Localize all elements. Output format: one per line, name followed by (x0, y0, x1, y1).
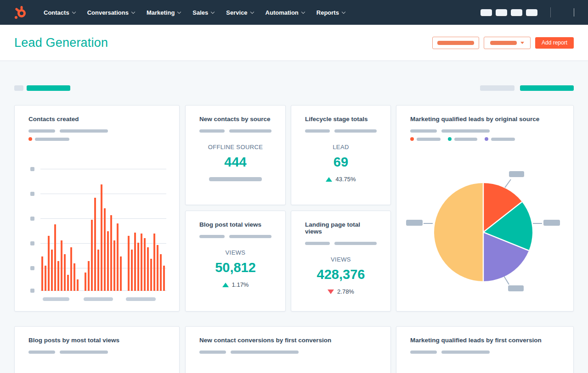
y-axis-tick (30, 266, 34, 270)
chevron-down-icon (177, 10, 181, 13)
nav-item-conversations[interactable]: Conversations (81, 6, 141, 20)
bar-group (85, 184, 122, 291)
filter-skeleton-pill-teal (27, 85, 70, 91)
header-skeleton-button[interactable] (432, 37, 479, 49)
skeleton-pill (28, 129, 55, 133)
nav-item-sales[interactable]: Sales (187, 6, 220, 20)
metric-label: VIEWS (305, 256, 377, 263)
dashboard-content: Contacts created (0, 61, 588, 373)
chevron-down-icon (342, 10, 345, 13)
pie-callout-pill (508, 285, 524, 291)
nav-item-service[interactable]: Service (220, 6, 259, 20)
card-landing-page-total-views: Landing page total views VIEWS 428,376 2… (291, 211, 391, 312)
legend-dot-teal-icon (448, 137, 452, 141)
bar (70, 247, 72, 291)
skeleton-pill (454, 138, 477, 141)
bar (131, 250, 133, 291)
skeleton-pill (334, 242, 377, 245)
nav-placeholder-button-4[interactable] (526, 9, 537, 16)
nav-label: Automation (266, 9, 299, 16)
nav-item-contacts[interactable]: Contacts (38, 6, 81, 20)
nav-item-marketing[interactable]: Marketing (141, 6, 187, 20)
nav-placeholder-button-2[interactable] (496, 9, 507, 16)
bar (88, 261, 90, 291)
bar (41, 256, 43, 291)
card-title: Contacts created (28, 116, 165, 122)
bar (160, 254, 162, 291)
card-title: Marketing qualified leads by original so… (410, 116, 560, 122)
bar (97, 250, 99, 291)
card-blog-post-total-views: Blog post total views VIEWS 50,812 1.17% (185, 211, 286, 312)
y-axis-tick (30, 217, 34, 221)
x-axis-label-pill (84, 297, 113, 301)
bar (101, 184, 102, 291)
skeleton-row (28, 129, 165, 133)
chevron-down-icon (250, 10, 254, 13)
bar (137, 243, 139, 291)
pie-callout-pill (543, 220, 560, 226)
skeleton-pill (199, 351, 226, 354)
nav-label: Marketing (147, 9, 175, 16)
metric-value: 428,376 (305, 267, 377, 282)
card-lifecycle-stage-totals: Lifecycle stage totals LEAD 69 43.75% (291, 105, 391, 205)
metric-body: OFFLINE SOURCE 444 (199, 144, 271, 181)
hubspot-logo-icon[interactable] (13, 6, 27, 19)
y-axis-tick (30, 167, 34, 171)
bar-group (41, 224, 79, 291)
delta-row: 2.78% (305, 288, 377, 295)
card-new-contacts-by-source: New contacts by source OFFLINE SOURCE 44… (185, 105, 286, 205)
legend-dot-orange-icon (410, 137, 414, 141)
bar (48, 236, 50, 291)
nav-placeholder-button-3[interactable] (511, 9, 522, 16)
bar (57, 261, 59, 291)
delta-row: 43.75% (305, 176, 377, 183)
filter-skeleton-pill (14, 85, 23, 91)
metric-value: 444 (199, 155, 271, 170)
nav-label: Sales (192, 9, 208, 16)
legend-dot-orange-icon (28, 137, 32, 141)
skeleton-pill (305, 129, 330, 133)
skeleton-pill (229, 129, 271, 133)
chart-legend (410, 137, 560, 141)
bar (107, 231, 109, 291)
bar (134, 233, 136, 291)
skeleton-row (410, 129, 560, 133)
delta-row: 1.17% (199, 281, 271, 288)
bar (67, 275, 69, 291)
account-menu-chevron-icon[interactable] (574, 8, 574, 17)
skeleton-row (410, 351, 560, 354)
bar (61, 240, 62, 291)
skeleton-pill (491, 138, 515, 141)
nav-label: Service (226, 9, 247, 16)
y-axis-tick (30, 192, 34, 196)
dashboard-filter-left[interactable] (14, 85, 70, 91)
card-title: Blog posts by most total views (28, 337, 165, 344)
skeleton-row (199, 235, 271, 238)
card-contacts-created: Contacts created (14, 105, 180, 312)
bar (157, 245, 158, 291)
page-header: Lead Generation Add report (0, 25, 588, 61)
card-mql-by-first-conversion: Marketing qualified leads by first conve… (396, 326, 574, 373)
bar (113, 240, 115, 291)
skeleton-row (199, 351, 377, 354)
header-skeleton-dropdown-button[interactable] (484, 37, 531, 49)
bar (85, 273, 86, 291)
add-report-button[interactable]: Add report (535, 37, 574, 49)
bar (150, 259, 152, 291)
header-actions: Add report (432, 37, 574, 49)
skeleton-pill (35, 138, 69, 141)
delta-value: 2.78% (337, 288, 354, 295)
card-title: Lifecycle stage totals (305, 116, 377, 122)
chevron-down-icon (131, 10, 135, 13)
filter-skeleton-pill (480, 85, 514, 91)
skeleton-pill (60, 129, 108, 133)
nav-item-automation[interactable]: Automation (260, 6, 311, 20)
nav-item-reports[interactable]: Reports (311, 6, 351, 20)
delta-value: 1.17% (232, 281, 249, 288)
page-title: Lead Generation (14, 36, 108, 50)
nav-placeholder-button-1[interactable] (481, 9, 492, 16)
legend-item (448, 137, 477, 141)
bar (54, 224, 56, 291)
dashboard-filter-right[interactable] (480, 85, 574, 91)
chevron-down-icon (211, 10, 215, 13)
